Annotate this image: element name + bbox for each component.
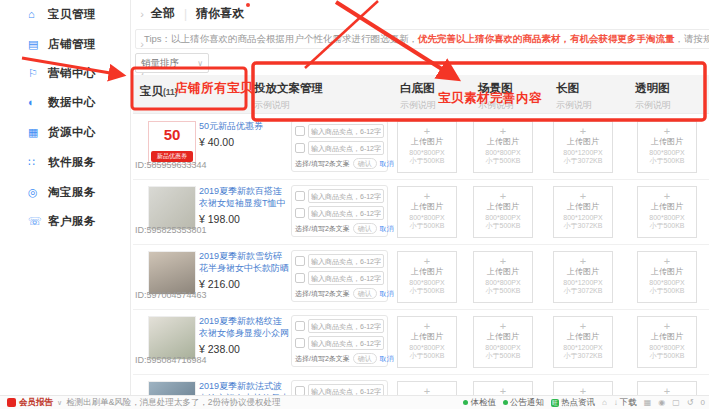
selling-point-input[interactable]	[308, 271, 384, 285]
cancel-button[interactable]: 取消	[380, 159, 394, 169]
copy-note: 选择/填写2条文案	[295, 224, 350, 234]
col-example-link[interactable]: 示例说明	[254, 99, 323, 112]
selling-point-input[interactable]	[308, 141, 384, 155]
sync-icon[interactable]: ↺	[687, 398, 694, 407]
confirm-button[interactable]: 确认	[353, 353, 377, 364]
download-icon: ↓	[614, 398, 618, 407]
upload-label: 上传图片	[638, 137, 696, 146]
sort-dropdown[interactable]: 销量排序 ∨	[135, 53, 209, 73]
selling-point-card: 选择/填写2条文案 确认 取消	[291, 315, 388, 367]
upload-long-image[interactable]: + 上传图片 800*1200PX小于3072KB	[553, 121, 613, 173]
chevron-down-icon[interactable]: ∨	[57, 399, 62, 407]
upload-transparent-image[interactable]: + 上传图片 800*800PX小于500KB	[637, 121, 697, 173]
download-item[interactable]: ↓下载	[614, 397, 637, 409]
product-title-link[interactable]: 2019夏季新款格纹连衣裙女修身显瘦小众网红	[199, 316, 291, 340]
upload-transparent-image[interactable]: + 上传图片 800*800PX小于500KB	[637, 186, 697, 238]
selling-point-input[interactable]	[308, 319, 384, 333]
checkbox[interactable]	[295, 338, 305, 348]
upload-transparent-image[interactable]: + 上传图片 800*800PX小于500KB	[637, 251, 697, 303]
upload-spec: 800*800PX小于500KB	[638, 279, 696, 295]
checkbox[interactable]	[295, 126, 305, 136]
upload-long-image[interactable]: + 上传图片 800*1200PX小于3072KB	[553, 251, 613, 303]
sidebar-item-item-manage[interactable]: ⌂ 宝贝管理 ›	[28, 4, 128, 24]
upload-transparent-image[interactable]: + 上传图片 800*800PX小于500KB	[637, 316, 697, 368]
product-title-link[interactable]: 50元新品优惠券	[199, 121, 291, 133]
checkbox[interactable]	[295, 273, 305, 283]
selling-point-input[interactable]	[308, 206, 384, 220]
tab-guess-you-like[interactable]: 猜你喜欢	[196, 5, 244, 22]
cancel-button[interactable]: 取消	[380, 224, 394, 234]
checkbox[interactable]	[295, 256, 305, 266]
sort-label: 销量排序	[141, 57, 179, 70]
selling-point-input[interactable]	[308, 336, 384, 350]
sidebar-item-data-center[interactable]: ◐ 数据中心 ›	[28, 92, 128, 112]
member-report-label[interactable]: 会员报告	[19, 397, 53, 409]
checkbox[interactable]	[295, 143, 305, 153]
copy-note: 选择/填写2条文案	[295, 159, 350, 169]
sidebar-item-shop-manage[interactable]: ▤ 店铺管理 ›	[28, 34, 128, 54]
plus-icon: +	[638, 125, 696, 137]
upload-white-bg-image[interactable]: + 上传图片 800*800PX小于500KB	[397, 316, 457, 368]
sidebar-item-taobao-service[interactable]: ◎ 淘宝服务 ›	[28, 182, 128, 202]
checkbox[interactable]	[295, 321, 305, 331]
product-image[interactable]	[148, 316, 196, 360]
upload-white-bg-image[interactable]: + 上传图片 800*800PX小于500KB	[397, 186, 457, 238]
taskbar-notification-text[interactable]: 检测出刷单&风险，消息处理太多了，2份待协议侵权处理	[66, 397, 280, 409]
product-title-link[interactable]: 2019夏季新款百搭连衣裙女短袖显瘦T恤中长款	[199, 186, 291, 210]
plus-icon: +	[554, 190, 612, 202]
sidebar-item-supply-center[interactable]: ▦ 货源中心 ›	[28, 122, 128, 142]
col-example-link[interactable]: 示例说明	[478, 99, 514, 112]
sidebar-item-marketing-center[interactable]: ⚐ 营销中心 ›	[28, 63, 128, 83]
col-example-link[interactable]: 示例说明	[635, 99, 671, 112]
upload-long-image[interactable]: + 上传图片 800*1200PX小于3072KB	[553, 316, 613, 368]
product-title-link[interactable]: 2019夏季新款雪纺碎花半身裙女中长款防晒白	[199, 251, 291, 275]
cancel-button[interactable]: 取消	[380, 289, 394, 299]
upload-label: 上传图片	[554, 137, 612, 146]
confirm-button[interactable]: 确认	[353, 223, 377, 234]
sidebar-item-customer-service[interactable]: ☏ 客户服务 ›	[28, 211, 128, 231]
record-icon[interactable]: ◉	[658, 398, 665, 407]
col-example-link[interactable]: 示例说明	[400, 99, 436, 112]
table-row: 2019夏季新款格纹连衣裙女修身显瘦小众网红 ¥ 238.00 ID:59508…	[133, 310, 709, 375]
upload-spec: 800*800PX小于500KB	[398, 279, 456, 295]
green-dot-icon	[463, 400, 468, 405]
confirm-button[interactable]: 确认	[353, 158, 377, 169]
coupon-image[interactable]: 50 新品优惠券	[148, 121, 196, 165]
bell-icon[interactable]: ⌂	[602, 398, 607, 407]
main-content: 全部 | 猜你喜欢 Tips：以上猜你喜欢的商品会根据用户个性化需求进行圈选更新…	[133, 0, 709, 395]
upload-scene-image[interactable]: + 上传图片 800*800PX小于500KB	[473, 186, 533, 238]
upload-white-bg-image[interactable]: + 上传图片 800*800PX小于500KB	[397, 121, 457, 173]
window-icon[interactable]: ▢	[672, 398, 680, 407]
checkbox[interactable]	[295, 208, 305, 218]
checkbox[interactable]	[295, 191, 305, 201]
product-image[interactable]	[148, 186, 196, 230]
hot-news-item[interactable]: 旺热点资讯	[551, 397, 595, 409]
announcement-item[interactable]: 公告通知	[503, 397, 544, 409]
col-label: 投放文案管理	[254, 81, 323, 96]
upload-white-bg-image[interactable]: + 上传图片 800*800PX小于500KB	[397, 251, 457, 303]
plus-icon: +	[474, 320, 532, 332]
confirm-button[interactable]: 确认	[353, 288, 377, 299]
health-check-item[interactable]: 体检值	[463, 397, 496, 409]
selling-point-input[interactable]	[308, 124, 384, 138]
headset-icon: ☏	[28, 216, 42, 227]
tab-all[interactable]: 全部	[151, 5, 175, 22]
selling-point-input[interactable]	[308, 189, 384, 203]
col-example-link[interactable]: 示例说明	[556, 99, 592, 112]
upload-long-image[interactable]: + 上传图片 800*1200PX小于3072KB	[553, 186, 613, 238]
image-tool-icon[interactable]: ▦	[644, 398, 652, 407]
upload-scene-image[interactable]: + 上传图片 800*800PX小于500KB	[473, 251, 533, 303]
member-report-icon	[7, 398, 16, 407]
plus-icon: +	[474, 190, 532, 202]
plus-icon: +	[554, 320, 612, 332]
upload-scene-image[interactable]: + 上传图片 800*800PX小于500KB	[473, 121, 533, 173]
selling-point-input[interactable]	[308, 254, 384, 268]
sidebar-item-label: 营销中心	[48, 66, 96, 81]
cancel-button[interactable]: 取消	[380, 354, 394, 364]
upload-scene-image[interactable]: + 上传图片 800*800PX小于500KB	[473, 316, 533, 368]
product-image[interactable]	[148, 251, 196, 295]
product-id: ID:595084716984	[135, 355, 207, 365]
sidebar-item-software-service[interactable]: ∷ 软件服务 ›	[28, 152, 128, 172]
supply-icon: ▦	[28, 127, 42, 138]
tips-text: Tips：以上猜你喜欢的商品会根据用户个性化需求进行圈选更新，	[144, 33, 418, 44]
